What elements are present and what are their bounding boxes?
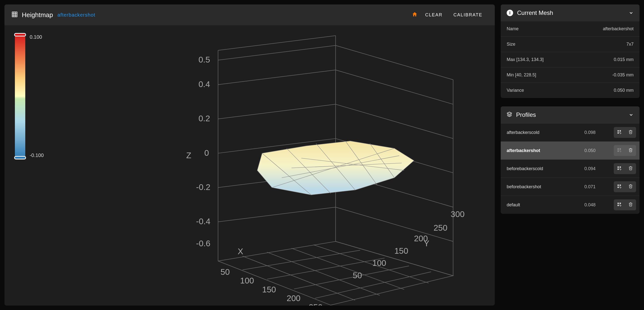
profile-delete-button[interactable] xyxy=(626,127,636,137)
svg-rect-63 xyxy=(620,132,620,133)
profile-delete-button[interactable] xyxy=(626,146,636,155)
profiles-panel: Profiles afterbackerscold0.098afterbacke… xyxy=(501,106,640,214)
svg-rect-84 xyxy=(618,203,619,204)
profile-row[interactable]: beforebackershot0.071 xyxy=(501,178,640,196)
svg-text:200: 200 xyxy=(286,294,300,303)
svg-rect-80 xyxy=(618,187,619,188)
calibrate-button[interactable]: CALIBRATE xyxy=(448,10,488,20)
colorbar: 0.100 -0.100 xyxy=(7,30,52,305)
svg-line-13 xyxy=(336,70,453,104)
profile-load-button[interactable] xyxy=(614,146,624,155)
profile-load-button[interactable] xyxy=(614,182,624,192)
svg-line-25 xyxy=(267,252,380,295)
svg-rect-89 xyxy=(620,206,621,206)
svg-text:200: 200 xyxy=(414,234,428,243)
svg-text:0.2: 0.2 xyxy=(198,114,210,123)
plot-area: 0.100 -0.100 xyxy=(4,25,495,305)
mesh-stat-value: afterbackershot xyxy=(603,26,634,32)
profile-name: beforebackerscold xyxy=(507,166,566,171)
svg-text:-0.4: -0.4 xyxy=(196,217,210,226)
trash-icon xyxy=(628,148,633,153)
grid-icon xyxy=(12,11,18,19)
svg-rect-72 xyxy=(618,166,619,168)
colorbar-handle-top[interactable] xyxy=(14,33,26,37)
svg-rect-73 xyxy=(620,166,621,168)
surface-plot[interactable]: Z X Y 0.5 0.4 0.2 0 -0.2 -0.4 -0.6 50 10… xyxy=(52,30,492,305)
svg-text:50: 50 xyxy=(220,267,230,276)
svg-text:250: 250 xyxy=(308,302,322,305)
profile-delete-button[interactable] xyxy=(626,200,636,210)
svg-text:100: 100 xyxy=(372,258,386,268)
profile-value: 0.094 xyxy=(569,166,611,171)
mesh-stat-row: Size7x7 xyxy=(501,37,640,52)
mesh-stat-value: 7x7 xyxy=(626,42,634,47)
trash-icon xyxy=(628,130,633,135)
svg-rect-60 xyxy=(618,130,619,131)
current-mesh-header[interactable]: i Current Mesh xyxy=(501,5,640,21)
chevron-down-icon xyxy=(629,11,634,15)
svg-text:250: 250 xyxy=(434,223,448,232)
mesh-stat-value: -0.035 mm xyxy=(612,72,634,78)
svg-text:300: 300 xyxy=(451,210,464,219)
load-icon xyxy=(617,184,622,189)
current-mesh-title: Current Mesh xyxy=(517,10,625,16)
profile-row[interactable]: afterbackerscold0.098 xyxy=(501,123,640,141)
profile-row[interactable]: beforebackerscold0.094 xyxy=(501,159,640,178)
svg-line-5 xyxy=(218,45,336,60)
svg-rect-69 xyxy=(620,151,620,151)
svg-text:150: 150 xyxy=(394,246,408,255)
svg-line-8 xyxy=(218,104,336,119)
profile-name: afterbackershot xyxy=(507,148,566,153)
colorbar-min: -0.100 xyxy=(30,153,44,158)
mesh-stat-value: 0.050 mm xyxy=(614,88,634,93)
profile-load-button[interactable] xyxy=(614,127,624,137)
clear-button[interactable]: CLEAR xyxy=(420,10,448,20)
svg-text:-0.6: -0.6 xyxy=(196,239,210,248)
heightmap-panel: Heightmap afterbackershot CLEAR CALIBRAT… xyxy=(4,5,495,305)
svg-rect-75 xyxy=(620,169,620,169)
svg-rect-64 xyxy=(621,133,621,133)
profile-value: 0.098 xyxy=(569,130,611,135)
svg-rect-66 xyxy=(618,148,619,150)
profile-load-button[interactable] xyxy=(614,164,624,174)
profile-row[interactable]: default0.048 xyxy=(501,196,640,214)
svg-text:X: X xyxy=(238,247,243,256)
trash-icon xyxy=(628,166,633,171)
svg-rect-68 xyxy=(618,151,619,152)
svg-rect-88 xyxy=(621,205,621,206)
profile-row[interactable]: afterbackershot0.050 xyxy=(501,141,640,159)
svg-rect-78 xyxy=(618,184,619,186)
svg-line-11 xyxy=(218,207,336,222)
svg-rect-0 xyxy=(12,12,17,17)
load-icon xyxy=(617,202,622,208)
current-mesh-panel: i Current Mesh NameafterbackershotSize7x… xyxy=(501,5,640,98)
colorbar-handle-bottom[interactable] xyxy=(14,156,26,159)
heightmap-subtitle: afterbackershot xyxy=(58,12,96,18)
load-icon xyxy=(617,148,622,153)
profile-load-button[interactable] xyxy=(614,200,624,210)
profile-delete-button[interactable] xyxy=(626,164,636,174)
mesh-stat-value: 0.015 mm xyxy=(614,57,634,62)
svg-text:-0.2: -0.2 xyxy=(196,183,210,192)
svg-rect-65 xyxy=(620,133,621,134)
profile-name: beforebackershot xyxy=(507,184,566,189)
home-icon xyxy=(412,12,418,17)
profile-delete-button[interactable] xyxy=(626,182,636,192)
profile-value: 0.048 xyxy=(569,202,611,208)
svg-rect-83 xyxy=(620,188,621,188)
mesh-stat-row: Max [134.3, 134.3]0.015 mm xyxy=(501,52,640,67)
svg-text:0.4: 0.4 xyxy=(198,80,210,89)
svg-line-7 xyxy=(218,70,336,85)
info-icon: i xyxy=(507,10,513,16)
svg-rect-71 xyxy=(620,152,621,152)
svg-text:0: 0 xyxy=(204,148,209,157)
page-title: Heightmap xyxy=(22,11,53,19)
svg-text:150: 150 xyxy=(262,285,276,294)
colorbar-gradient[interactable] xyxy=(15,34,25,158)
colorbar-max: 0.100 xyxy=(30,34,44,40)
home-button[interactable] xyxy=(410,10,420,20)
profiles-header[interactable]: Profiles xyxy=(501,106,640,123)
svg-rect-62 xyxy=(618,132,619,134)
mesh-stat-row: Variance0.050 mm xyxy=(501,83,640,98)
svg-rect-74 xyxy=(618,169,619,170)
